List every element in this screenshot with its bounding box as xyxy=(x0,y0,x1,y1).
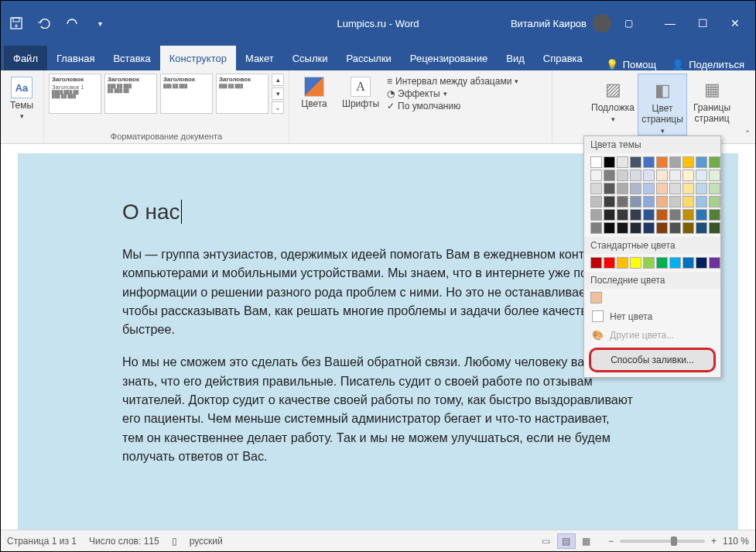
color-swatch[interactable] xyxy=(709,196,720,207)
tab-help[interactable]: Справка xyxy=(534,46,592,70)
tab-layout[interactable]: Макет xyxy=(236,46,283,70)
collapse-ribbon-icon[interactable]: ˄ xyxy=(740,70,755,143)
color-swatch[interactable] xyxy=(604,196,615,207)
color-swatch[interactable] xyxy=(643,170,655,181)
style-set-1[interactable]: ЗаголовокЗаголовок 1████ ███ █████ ██ ██… xyxy=(49,74,101,114)
more-colors-item[interactable]: 🎨 Другие цвета... xyxy=(584,326,720,345)
color-swatch[interactable] xyxy=(682,257,694,269)
themes-button[interactable]: Aa Темы ▾ xyxy=(5,74,38,120)
tab-references[interactable]: Ссылки xyxy=(283,46,337,70)
color-swatch[interactable] xyxy=(590,209,602,221)
zoom-in-button[interactable]: + xyxy=(711,536,717,547)
tab-home[interactable]: Главная xyxy=(47,46,104,70)
redo-button[interactable] xyxy=(61,12,83,34)
maximize-button[interactable]: ☐ xyxy=(687,8,718,39)
zoom-thumb[interactable] xyxy=(671,537,677,546)
minimize-button[interactable]: — xyxy=(655,8,686,39)
color-swatch[interactable] xyxy=(656,196,668,207)
color-swatch[interactable] xyxy=(617,183,628,194)
page-borders-button[interactable]: ▦ Границы страниц xyxy=(687,74,737,125)
paragraph-spacing-button[interactable]: ≡Интервал между абзацами▾ xyxy=(387,75,518,87)
color-swatch[interactable] xyxy=(643,257,655,269)
print-layout-icon[interactable]: ▤ xyxy=(557,533,576,549)
color-swatch[interactable] xyxy=(682,170,694,181)
share-button[interactable]: 👤 Поделиться xyxy=(664,59,752,70)
tab-mailings[interactable]: Рассылки xyxy=(337,46,400,70)
color-swatch[interactable] xyxy=(617,257,628,269)
tab-insert[interactable]: Вставка xyxy=(104,46,159,70)
status-page[interactable]: Страница 1 из 1 xyxy=(7,536,77,547)
gallery-down-icon[interactable]: ▾ xyxy=(272,87,284,100)
color-swatch[interactable] xyxy=(604,170,615,181)
effects-button[interactable]: ◔Эффекты▾ xyxy=(387,87,518,100)
color-swatch[interactable] xyxy=(669,196,681,207)
color-swatch[interactable] xyxy=(656,222,668,234)
color-swatch[interactable] xyxy=(682,196,694,207)
color-swatch[interactable] xyxy=(604,257,615,269)
color-swatch[interactable] xyxy=(604,222,615,234)
style-set-2[interactable]: Заголовок███ ██ █████ ███ ██ xyxy=(104,74,157,114)
close-button[interactable]: ✕ xyxy=(720,8,751,39)
color-swatch[interactable] xyxy=(656,156,668,168)
color-swatch[interactable] xyxy=(643,156,655,168)
page-color-button[interactable]: ◧ Цвет страницы▾ xyxy=(638,74,687,135)
color-swatch[interactable] xyxy=(604,156,615,168)
color-swatch[interactable] xyxy=(630,196,641,207)
color-swatch[interactable] xyxy=(696,257,707,269)
color-swatch[interactable] xyxy=(696,196,707,207)
color-swatch[interactable] xyxy=(643,222,655,234)
color-swatch[interactable] xyxy=(656,183,668,194)
color-swatch[interactable] xyxy=(630,183,641,194)
gallery-up-icon[interactable]: ▴ xyxy=(272,74,284,86)
color-swatch[interactable] xyxy=(590,257,602,269)
zoom-value[interactable]: 110 % xyxy=(723,536,749,547)
color-swatch[interactable] xyxy=(669,183,681,194)
color-swatch[interactable] xyxy=(630,222,641,234)
color-swatch[interactable] xyxy=(630,257,641,269)
fill-effects-item[interactable]: Способы заливки... xyxy=(589,348,716,372)
gallery-more-icon[interactable]: ⌄ xyxy=(272,101,284,114)
color-swatch[interactable] xyxy=(669,170,681,181)
no-color-item[interactable]: Нет цвета xyxy=(584,307,720,326)
color-swatch[interactable] xyxy=(617,209,628,221)
color-swatch[interactable] xyxy=(682,183,694,194)
color-swatch[interactable] xyxy=(630,209,641,221)
colors-button[interactable]: Цвета xyxy=(294,74,334,109)
color-swatch[interactable] xyxy=(669,209,681,221)
color-swatch[interactable] xyxy=(656,170,668,181)
web-layout-icon[interactable]: ▦ xyxy=(577,533,596,549)
color-swatch[interactable] xyxy=(656,257,668,269)
tab-view[interactable]: Вид xyxy=(497,46,534,70)
color-swatch[interactable] xyxy=(590,222,602,234)
color-swatch[interactable] xyxy=(617,196,628,207)
tab-review[interactable]: Рецензирование xyxy=(401,46,497,70)
autosave-icon[interactable] xyxy=(5,12,27,34)
zoom-out-button[interactable]: − xyxy=(608,536,614,547)
zoom-slider[interactable] xyxy=(620,540,705,543)
status-language[interactable]: русский xyxy=(190,536,223,547)
watermark-button[interactable]: ▨ Подложка▾ xyxy=(588,74,638,123)
tab-design[interactable]: Конструктор xyxy=(160,46,236,70)
color-swatch[interactable] xyxy=(696,209,707,221)
color-swatch[interactable] xyxy=(682,209,694,221)
style-set-4[interactable]: Заголовок███ ██ ███ xyxy=(216,74,269,114)
color-swatch[interactable] xyxy=(682,156,694,168)
color-swatch[interactable] xyxy=(617,156,628,168)
qat-dropdown-icon[interactable]: ▾ xyxy=(89,12,111,34)
color-swatch[interactable] xyxy=(617,222,628,234)
avatar[interactable] xyxy=(593,14,611,33)
fonts-button[interactable]: A Шрифты xyxy=(340,74,381,109)
ribbon-display-options-icon[interactable]: ▢ xyxy=(616,8,641,39)
color-swatch[interactable] xyxy=(669,222,681,234)
color-swatch[interactable] xyxy=(682,222,694,234)
color-swatch[interactable] xyxy=(630,156,641,168)
color-swatch[interactable] xyxy=(643,209,655,221)
color-swatch[interactable] xyxy=(709,209,720,221)
color-swatch[interactable] xyxy=(643,183,655,194)
color-swatch[interactable] xyxy=(709,170,720,181)
color-swatch[interactable] xyxy=(669,156,681,168)
color-swatch[interactable] xyxy=(590,170,602,181)
color-swatch[interactable] xyxy=(604,183,615,194)
color-swatch[interactable] xyxy=(656,209,668,221)
color-swatch[interactable] xyxy=(617,170,628,181)
